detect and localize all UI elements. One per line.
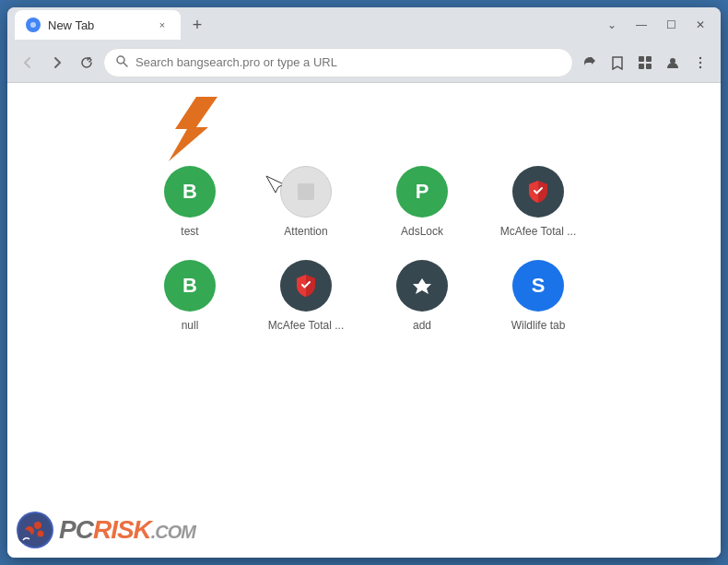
close-button[interactable]: ✕ bbox=[687, 16, 713, 34]
app-item-adslock[interactable]: P AdsLock bbox=[371, 166, 473, 238]
app-label-mcafee2: McAfee Total ... bbox=[268, 319, 344, 332]
app-icon-wildlife: S bbox=[512, 260, 564, 312]
app-item-attention[interactable]: Attention bbox=[255, 166, 357, 238]
watermark: PCRISK.COM bbox=[17, 512, 195, 548]
reload-button[interactable] bbox=[74, 50, 100, 76]
app-icon-test: B bbox=[164, 166, 216, 218]
svg-rect-14 bbox=[298, 183, 314, 200]
share-button[interactable] bbox=[577, 50, 603, 76]
tab-close-button[interactable]: × bbox=[155, 18, 170, 32]
svg-point-10 bbox=[699, 61, 701, 63]
app-icon-attention bbox=[280, 166, 332, 218]
apps-grid: B test Attention P AdsLock bbox=[139, 166, 589, 332]
chevron-down-icon[interactable]: ⌄ bbox=[599, 16, 625, 34]
svg-rect-6 bbox=[639, 64, 644, 69]
new-tab-button[interactable]: + bbox=[184, 12, 210, 38]
app-label-null: null bbox=[182, 319, 199, 332]
app-label-attention: Attention bbox=[284, 225, 327, 238]
browser-window: New Tab × + ⌄ — ☐ ✕ bbox=[7, 7, 721, 558]
maximize-button[interactable]: ☐ bbox=[658, 16, 684, 34]
app-label-wildlife: Wildlife tab bbox=[511, 319, 566, 332]
svg-point-20 bbox=[38, 531, 44, 537]
svg-point-9 bbox=[699, 56, 701, 58]
app-item-mcafee1[interactable]: McAfee Total ... bbox=[487, 166, 589, 238]
app-icon-add bbox=[396, 260, 448, 312]
svg-point-2 bbox=[117, 56, 124, 64]
active-tab[interactable]: New Tab × bbox=[15, 10, 181, 40]
app-item-mcafee2[interactable]: McAfee Total ... bbox=[255, 260, 357, 332]
tab-title: New Tab bbox=[48, 18, 147, 32]
svg-point-11 bbox=[699, 65, 701, 67]
svg-line-3 bbox=[124, 64, 128, 67]
toolbar-actions bbox=[577, 50, 713, 76]
svg-point-21 bbox=[18, 530, 31, 543]
search-icon bbox=[115, 54, 128, 70]
forward-button[interactable] bbox=[44, 50, 70, 76]
menu-button[interactable] bbox=[687, 50, 713, 76]
toolbar bbox=[7, 42, 721, 83]
title-bar: New Tab × + ⌄ — ☐ ✕ bbox=[7, 7, 721, 42]
back-button[interactable] bbox=[15, 50, 41, 76]
app-item-null[interactable]: B null bbox=[139, 260, 241, 332]
watermark-text: PCRISK.COM bbox=[59, 515, 195, 545]
minimize-button[interactable]: — bbox=[628, 16, 654, 34]
svg-rect-5 bbox=[646, 56, 652, 62]
svg-rect-7 bbox=[646, 64, 652, 69]
bookmark-button[interactable] bbox=[605, 50, 630, 76]
arrow-annotation bbox=[155, 92, 229, 166]
app-icon-mcafee2 bbox=[280, 260, 332, 312]
app-icon-mcafee1 bbox=[512, 166, 564, 218]
app-item-add[interactable]: add bbox=[371, 260, 473, 332]
browser-content: B test Attention P AdsLock bbox=[7, 83, 721, 558]
tab-favicon bbox=[26, 18, 41, 32]
svg-rect-4 bbox=[639, 56, 644, 62]
app-label-adslock: AdsLock bbox=[401, 225, 443, 238]
profile-button[interactable] bbox=[660, 50, 686, 76]
app-label-test: test bbox=[181, 225, 198, 238]
window-controls: ⌄ — ☐ ✕ bbox=[599, 16, 713, 34]
watermark-logo bbox=[17, 512, 53, 548]
address-input[interactable] bbox=[135, 55, 561, 69]
app-item-wildlife[interactable]: S Wildlife tab bbox=[487, 260, 589, 332]
app-icon-null: B bbox=[164, 260, 216, 312]
app-label-add: add bbox=[413, 319, 431, 332]
extensions-button[interactable] bbox=[632, 50, 658, 76]
svg-point-19 bbox=[34, 522, 41, 529]
app-item-test[interactable]: B test bbox=[139, 166, 241, 238]
svg-point-1 bbox=[30, 22, 36, 28]
app-label-mcafee1: McAfee Total ... bbox=[500, 225, 576, 238]
app-icon-adslock: P bbox=[396, 166, 448, 218]
address-bar[interactable] bbox=[103, 48, 573, 77]
svg-marker-13 bbox=[169, 97, 217, 161]
